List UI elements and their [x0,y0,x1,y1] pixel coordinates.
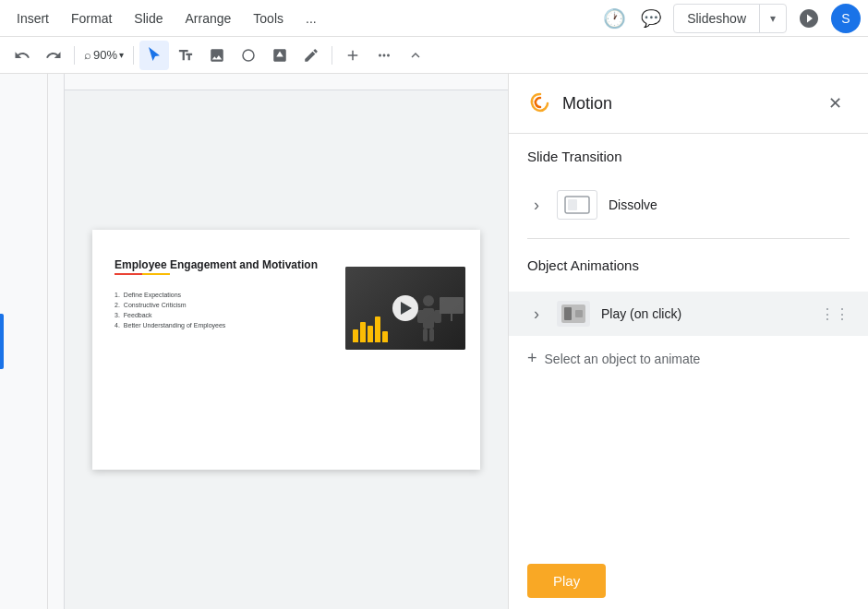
collapse-button[interactable] [401,41,430,70]
svg-rect-13 [575,310,583,317]
image-tool-button[interactable] [202,41,232,70]
animation-label: Play (on click) [601,306,809,321]
slide-frame[interactable]: Employee Engagement and Motivation Defin… [92,230,480,470]
slideshow-label[interactable]: Slideshow [674,5,760,32]
animation-item[interactable]: › Play (on click) ⋮⋮ [509,292,868,336]
animation-chevron-icon: › [527,304,546,324]
comment-icon[interactable]: 💬 [636,4,666,33]
slideshow-dropdown-arrow[interactable]: ▾ [760,5,786,32]
slide-content: Employee Engagement and Motivation Defin… [92,230,480,470]
header-right: 🕐 💬 Slideshow ▾ S [599,4,861,33]
select-object-row[interactable]: + Select an object to animate [509,336,868,381]
insert-button[interactable] [338,41,368,70]
video-thumbnail[interactable] [345,267,465,350]
svg-rect-6 [429,328,434,341]
canvas-area: Employee Engagement and Motivation Defin… [48,74,508,609]
svg-rect-10 [568,199,577,210]
account-icon[interactable] [794,4,824,33]
section-divider [527,238,850,239]
shape-tool-button[interactable] [234,41,263,70]
panel-footer: Play [509,553,868,609]
slide-transition-title: Slide Transition [527,149,850,164]
zoom-level: 90% [93,48,117,62]
bar-1 [353,329,358,342]
line-tool-button[interactable] [265,41,295,70]
illustration [410,290,465,350]
history-icon[interactable]: 🕐 [599,4,629,33]
bar-chart [353,315,388,342]
svg-rect-12 [564,307,572,320]
redo-button[interactable] [39,41,68,70]
right-panel: Motion ✕ Slide Transition › Dissolve Obj… [508,74,868,609]
menu-tools[interactable]: Tools [244,7,293,30]
play-button[interactable]: Play [527,564,606,598]
plus-icon: + [527,349,537,368]
toolbar: ⌕ 90% ▾ [0,37,868,74]
animation-item-icon [557,301,590,327]
svg-point-0 [243,50,254,61]
motion-icon [527,90,553,116]
zoom-dropdown-icon: ▾ [119,50,124,60]
line-draw-button[interactable] [296,41,326,70]
separator-1 [74,46,75,65]
svg-rect-7 [440,297,464,314]
separator-2 [133,46,134,65]
play-button-circle[interactable] [392,295,418,321]
menu-arrange[interactable]: Arrange [176,7,241,30]
bar-2 [360,322,366,342]
menu-format[interactable]: Format [62,7,121,30]
play-triangle-icon [401,302,412,315]
more-options-button[interactable] [369,41,399,70]
slideshow-button[interactable]: Slideshow ▾ [673,4,787,33]
svg-rect-8 [451,314,452,321]
slide-transition-section: Slide Transition [509,134,868,183]
svg-point-1 [423,295,434,306]
drag-handle-icon[interactable]: ⋮⋮ [820,305,850,323]
zoom-icon: ⌕ [84,48,91,62]
close-button[interactable]: ✕ [820,89,850,118]
main-content: Employee Engagement and Motivation Defin… [0,74,868,609]
svg-rect-3 [417,310,425,323]
textbox-tool-button[interactable] [171,41,200,70]
slide-title: Employee Engagement and Motivation [115,258,318,273]
select-tool-button[interactable] [139,41,169,70]
separator-3 [332,46,332,65]
object-animations-section: Object Animations [509,243,868,292]
transition-thumbnail [557,190,597,220]
bar-5 [382,331,388,342]
transition-label: Dissolve [609,197,657,212]
selected-indicator [0,314,4,369]
object-animations-title: Object Animations [527,257,850,273]
menu-insert[interactable]: Insert [7,7,58,30]
select-object-label: Select an object to animate [545,352,701,366]
svg-rect-5 [423,328,428,341]
bar-4 [375,316,380,342]
transition-row[interactable]: › Dissolve [524,183,853,227]
ruler-horizontal [48,74,508,90]
zoom-control[interactable]: ⌕ 90% ▾ [80,42,127,69]
chevron-right-icon: › [527,196,546,215]
panel-title: Motion [562,94,820,113]
menu-slide[interactable]: Slide [125,7,172,30]
left-panel-strip [0,74,48,609]
avatar[interactable]: S [831,4,861,33]
panel-header: Motion ✕ [509,74,868,134]
ruler-vertical [48,74,65,609]
menu-more[interactable]: ... [296,7,326,30]
menu-bar: Insert Format Slide Arrange Tools ... 🕐 … [0,0,868,37]
bar-3 [368,326,373,342]
undo-button[interactable] [7,41,37,70]
